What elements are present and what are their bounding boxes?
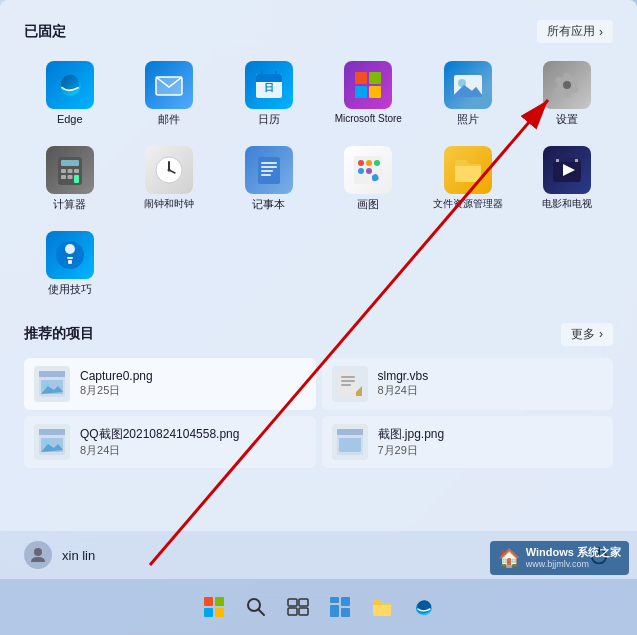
svg-rect-23 (67, 175, 72, 179)
taskbar-taskview-button[interactable] (280, 589, 316, 625)
svg-rect-50 (39, 371, 65, 377)
svg-rect-56 (341, 384, 351, 386)
svg-rect-79 (330, 605, 339, 617)
svg-point-38 (358, 168, 364, 174)
taskbar-start-button[interactable] (196, 589, 232, 625)
rec-date-1: 8月24日 (378, 383, 604, 398)
paint-label: 画图 (357, 198, 379, 211)
movies-label: 电影和电视 (542, 198, 592, 210)
svg-rect-20 (67, 169, 72, 173)
rec-info-0: Capture0.png 8月25日 (80, 369, 306, 398)
rec-icon-2 (34, 424, 70, 460)
more-button[interactable]: 更多 › (561, 323, 613, 346)
taskbar-widgets-button[interactable] (322, 589, 358, 625)
svg-rect-24 (74, 175, 79, 183)
taskbar-search-button[interactable] (238, 589, 274, 625)
rec-item-0[interactable]: Capture0.png 8月25日 (24, 358, 316, 410)
rec-name-3: 截图.jpg.png (378, 426, 604, 443)
watermark-site: Windows 系统之家 (526, 545, 621, 559)
rec-icon-0 (34, 366, 70, 402)
app-paint[interactable]: 画图 (323, 140, 415, 217)
app-calendar[interactable]: 日 日历 (223, 55, 315, 132)
svg-point-28 (168, 169, 171, 172)
svg-rect-68 (215, 597, 224, 606)
svg-rect-30 (261, 162, 277, 164)
svg-rect-76 (299, 608, 308, 615)
svg-rect-19 (61, 169, 66, 173)
svg-rect-9 (355, 72, 367, 84)
clock-label: 闹钟和时钟 (144, 198, 194, 210)
svg-rect-10 (369, 72, 381, 84)
watermark-text: Windows 系统之家 www.bjjmlv.com (526, 545, 621, 571)
app-movies[interactable]: 电影和电视 (522, 140, 614, 217)
rec-name-1: slmgr.vbs (378, 369, 604, 383)
svg-rect-77 (330, 597, 339, 603)
app-notepad[interactable]: 记事本 (223, 140, 315, 217)
user-info[interactable]: xin lin (24, 541, 95, 569)
app-calc[interactable]: 计算器 (24, 140, 116, 217)
taskbar-edge-button[interactable] (406, 589, 442, 625)
svg-rect-11 (355, 86, 367, 98)
svg-rect-21 (74, 169, 79, 173)
recommended-grid: Capture0.png 8月25日 slmgr.vbs 8月24日 (24, 358, 613, 468)
rec-item-2[interactable]: QQ截图20210824104558.png 8月24日 (24, 416, 316, 468)
tips-icon (46, 231, 94, 279)
app-grid: Edge 邮件 日 (24, 55, 613, 303)
store-label: Microsoft Store (335, 113, 402, 125)
taskbar: 🏠 Windows 系统之家 www.bjjmlv.com (0, 579, 637, 635)
mail-label: 邮件 (158, 113, 180, 126)
rec-item-3[interactable]: 截图.jpg.png 7月29日 (322, 416, 614, 468)
pinned-title: 已固定 (24, 23, 66, 41)
app-store[interactable]: Microsoft Store (323, 55, 415, 132)
svg-point-46 (65, 244, 75, 254)
svg-rect-54 (341, 376, 355, 378)
svg-rect-67 (204, 597, 213, 606)
rec-info-2: QQ截图20210824104558.png 8月24日 (80, 426, 306, 458)
app-clock[interactable]: 闹钟和时钟 (124, 140, 216, 217)
settings-label: 设置 (556, 113, 578, 126)
svg-rect-43 (556, 159, 559, 162)
rec-item-1[interactable]: slmgr.vbs 8月24日 (322, 358, 614, 410)
watermark-house-icon: 🏠 (498, 547, 520, 569)
svg-point-35 (358, 160, 364, 166)
recommended-section-header: 推荐的项目 更多 › (24, 323, 613, 346)
files-label: 文件资源管理器 (433, 198, 503, 210)
movies-icon (543, 146, 591, 194)
svg-point-16 (563, 81, 571, 89)
svg-rect-33 (261, 174, 271, 176)
svg-rect-69 (204, 608, 213, 617)
app-files[interactable]: 文件资源管理器 (422, 140, 514, 217)
app-photos[interactable]: 照片 (422, 55, 514, 132)
svg-line-72 (258, 610, 264, 616)
all-apps-button[interactable]: 所有应用 › (537, 20, 613, 43)
clock-icon (145, 146, 193, 194)
svg-rect-80 (341, 608, 350, 617)
svg-rect-44 (575, 159, 578, 162)
svg-rect-78 (341, 597, 350, 606)
app-mail[interactable]: 邮件 (124, 55, 216, 132)
taskbar-center (196, 589, 442, 625)
photos-icon (444, 61, 492, 109)
svg-rect-75 (288, 608, 297, 615)
app-tips[interactable]: 使用技巧 (24, 225, 116, 302)
rec-date-3: 7月29日 (378, 443, 604, 458)
svg-rect-62 (337, 429, 363, 435)
svg-point-64 (34, 548, 42, 556)
start-menu: 已固定 所有应用 › (0, 0, 637, 579)
rec-name-0: Capture0.png (80, 369, 306, 383)
files-icon (444, 146, 492, 194)
calc-label: 计算器 (53, 198, 86, 211)
svg-rect-48 (68, 260, 72, 264)
svg-rect-18 (61, 160, 79, 166)
svg-rect-70 (215, 608, 224, 617)
svg-point-39 (366, 168, 372, 174)
calendar-icon: 日 (245, 61, 293, 109)
store-icon (344, 61, 392, 109)
rec-info-3: 截图.jpg.png 7月29日 (378, 426, 604, 458)
app-settings[interactable]: 设置 (522, 55, 614, 132)
user-avatar (24, 541, 52, 569)
app-edge[interactable]: Edge (24, 55, 116, 132)
rec-name-2: QQ截图20210824104558.png (80, 426, 306, 443)
taskbar-explorer-button[interactable] (364, 589, 400, 625)
svg-rect-12 (369, 86, 381, 98)
